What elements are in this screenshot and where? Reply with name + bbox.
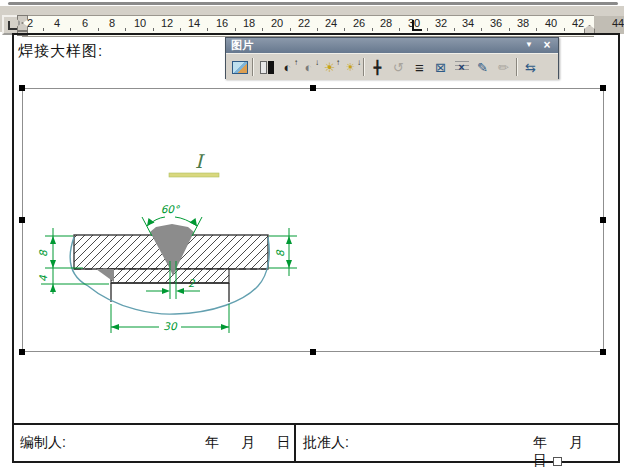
text-wrapping-button[interactable]: × bbox=[451, 57, 472, 77]
picture-toolbar-body: ◐ ↑ ◐ ↓ ☀ ↑ ☀ ↓ ╋ ↺ ≡ bbox=[226, 53, 558, 80]
resize-handle-bottom-left[interactable] bbox=[19, 349, 25, 355]
more-brightness-button[interactable]: ☀ ↑ bbox=[319, 57, 340, 77]
detail-underline bbox=[169, 173, 219, 177]
picture-toolbar-title: 图片 bbox=[231, 39, 253, 51]
crop-icon: ╋ bbox=[374, 60, 382, 75]
line-style-button[interactable]: ≡ bbox=[409, 57, 430, 77]
resize-handle-top-right[interactable] bbox=[600, 85, 606, 91]
less-contrast-icon: ◐ bbox=[305, 60, 313, 75]
left-tab-icon bbox=[8, 21, 17, 30]
compiler-date-placeholder: 年 月 日 bbox=[205, 434, 300, 452]
horizontal-ruler[interactable]: 2 4 6 8 10 12 14 16 18 20 22 24 26 28 30… bbox=[0, 6, 624, 32]
table-resize-handle[interactable] bbox=[553, 457, 562, 466]
format-picture-button[interactable]: ✎ bbox=[472, 57, 493, 77]
dim-right-thickness: 8 bbox=[274, 249, 286, 257]
ruler-ticks bbox=[43, 28, 581, 31]
resize-handle-top-left[interactable] bbox=[19, 85, 25, 91]
toolbar-separator bbox=[252, 58, 254, 76]
word-window: 2 4 6 8 10 12 14 16 18 20 22 24 26 28 30… bbox=[0, 0, 624, 474]
ruler-number-overflow: 44 bbox=[612, 17, 624, 29]
less-brightness-icon: ☀ bbox=[346, 61, 356, 74]
reset-picture-button[interactable]: ⇆ bbox=[520, 57, 541, 77]
toolbar-options-arrow-icon[interactable]: ▼ bbox=[522, 38, 536, 53]
more-brightness-icon: ☀ bbox=[324, 60, 336, 75]
table-row-divider bbox=[12, 423, 620, 425]
toolbar-close-icon[interactable]: × bbox=[540, 38, 554, 53]
more-contrast-icon: ◐ bbox=[284, 60, 292, 75]
line-style-icon: ≡ bbox=[415, 59, 424, 76]
table-border-left bbox=[12, 33, 14, 463]
rotate-left-icon: ↺ bbox=[393, 60, 404, 75]
set-transparent-color-button[interactable]: ✏ bbox=[493, 57, 514, 77]
insert-picture-button[interactable] bbox=[229, 57, 250, 77]
table-border-bottom bbox=[12, 461, 620, 463]
picture-toolbar: 图片 ▼ × ◐ ↑ ◐ ↓ ☀ ↑ ☀ bbox=[225, 37, 559, 79]
resize-handle-bottom-right[interactable] bbox=[600, 349, 606, 355]
color-button[interactable] bbox=[256, 57, 277, 77]
less-brightness-button[interactable]: ☀ ↓ bbox=[340, 57, 361, 77]
fillet-weld bbox=[96, 269, 114, 282]
tab-stop-marker[interactable] bbox=[412, 20, 422, 31]
section-heading: 焊接大样图: bbox=[18, 42, 103, 61]
window-top-edge bbox=[8, 2, 618, 5]
approver-date-placeholder: 年 月 日 bbox=[533, 434, 624, 470]
angle-label: 60° bbox=[161, 203, 180, 215]
color-icon bbox=[260, 61, 267, 74]
resize-handle-bottom-mid[interactable] bbox=[310, 349, 316, 355]
insert-picture-icon bbox=[232, 61, 248, 74]
set-transparent-color-icon: ✏ bbox=[498, 60, 509, 75]
resize-handle-mid-right[interactable] bbox=[600, 217, 606, 223]
reset-picture-icon: ⇆ bbox=[525, 60, 536, 75]
welding-detail-picture[interactable]: I bbox=[22, 88, 604, 352]
text-wrapping-icon: × bbox=[455, 61, 469, 73]
toolbar-separator bbox=[516, 58, 518, 76]
resize-handle-top-mid[interactable] bbox=[310, 85, 316, 91]
less-contrast-button[interactable]: ◐ ↓ bbox=[298, 57, 319, 77]
resize-handle-mid-left[interactable] bbox=[19, 217, 25, 223]
more-contrast-button[interactable]: ◐ ↑ bbox=[277, 57, 298, 77]
compress-pictures-icon: ⊠ bbox=[435, 60, 446, 75]
welding-detail-drawing: I bbox=[23, 89, 605, 353]
approver-label: 批准人: bbox=[303, 434, 349, 452]
detail-label: I bbox=[195, 150, 205, 172]
compress-pictures-button[interactable]: ⊠ bbox=[430, 57, 451, 77]
picture-toolbar-titlebar[interactable]: 图片 ▼ × bbox=[226, 38, 558, 53]
rotate-left-button[interactable]: ↺ bbox=[388, 57, 409, 77]
dim-lower-thickness: 4 bbox=[37, 275, 49, 282]
crop-button[interactable]: ╋ bbox=[367, 57, 388, 77]
toolbar-separator bbox=[363, 58, 365, 76]
table-border-right bbox=[618, 33, 620, 463]
compiler-label: 编制人: bbox=[20, 434, 66, 452]
table-border-top bbox=[12, 33, 620, 35]
dim-left-thickness: 8 bbox=[37, 249, 49, 257]
format-picture-icon: ✎ bbox=[477, 60, 488, 75]
dim-backing-width: 30 bbox=[163, 320, 178, 332]
